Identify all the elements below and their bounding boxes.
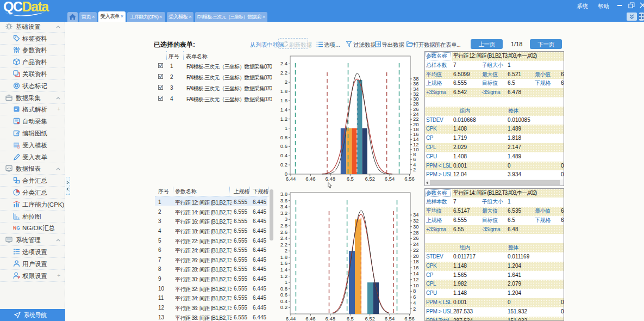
svg-text:3.8: 3.8 — [280, 191, 287, 197]
svg-text:0.8: 0.8 — [280, 286, 287, 292]
svg-text:1.4: 1.4 — [280, 267, 287, 273]
svg-text:26: 26 — [413, 235, 419, 241]
svg-text:16: 16 — [413, 264, 419, 270]
svg-text:6.5: 6.5 — [347, 316, 354, 321]
svg-text:2: 2 — [285, 248, 287, 254]
svg-text:24: 24 — [413, 241, 419, 247]
svg-text:2.2: 2.2 — [280, 242, 287, 248]
svg-text:6.52: 6.52 — [365, 316, 375, 321]
svg-text:0.2: 0.2 — [280, 304, 287, 310]
svg-text:34: 34 — [413, 212, 419, 218]
svg-text:2.8: 2.8 — [280, 223, 287, 229]
svg-text:3.2: 3.2 — [280, 210, 287, 216]
svg-text:32: 32 — [413, 218, 419, 224]
svg-text:3.6: 3.6 — [280, 197, 287, 203]
svg-text:28: 28 — [413, 230, 419, 236]
svg-text:3.4: 3.4 — [280, 203, 287, 209]
svg-text:18: 18 — [413, 258, 419, 264]
svg-text:30: 30 — [413, 224, 419, 230]
svg-text:8: 8 — [413, 288, 416, 294]
svg-text:1.6: 1.6 — [280, 260, 287, 266]
svg-text:6.56: 6.56 — [404, 316, 415, 321]
svg-text:0.4: 0.4 — [280, 298, 287, 304]
svg-text:6.44: 6.44 — [286, 316, 296, 321]
svg-text:2.4: 2.4 — [280, 235, 287, 241]
svg-text:1.8: 1.8 — [280, 254, 287, 260]
svg-text:6.48: 6.48 — [326, 316, 336, 321]
svg-text:1: 1 — [285, 279, 287, 285]
svg-text:2: 2 — [413, 306, 416, 312]
svg-text:6.54: 6.54 — [385, 316, 395, 321]
svg-text:20: 20 — [413, 253, 419, 259]
svg-text:14: 14 — [413, 270, 419, 276]
svg-text:12: 12 — [413, 276, 419, 282]
svg-text:1.2: 1.2 — [280, 273, 287, 279]
svg-text:2.6: 2.6 — [280, 229, 287, 235]
svg-text:3: 3 — [285, 216, 287, 222]
svg-text:0.6: 0.6 — [280, 292, 287, 298]
svg-text:4: 4 — [413, 300, 416, 306]
svg-text:10: 10 — [413, 282, 419, 288]
svg-text:6.46: 6.46 — [305, 316, 316, 321]
svg-text:22: 22 — [413, 247, 419, 253]
svg-text:6: 6 — [413, 294, 416, 300]
